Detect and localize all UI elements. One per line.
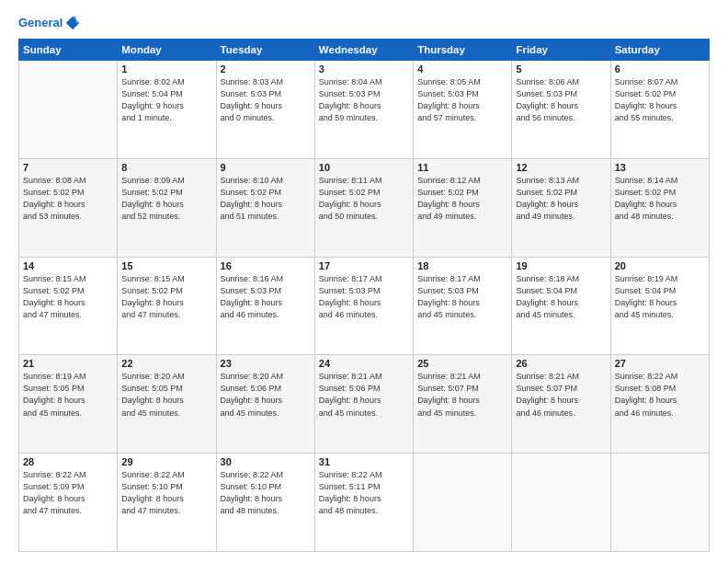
weekday-header-sunday: Sunday [19, 40, 118, 61]
day-info: Sunrise: 8:06 AM Sunset: 5:03 PM Dayligh… [516, 76, 606, 124]
day-number: 8 [121, 162, 211, 173]
day-number: 3 [319, 63, 409, 75]
logo-text: General [18, 16, 63, 30]
day-number: 25 [417, 358, 507, 369]
day-number: 5 [516, 63, 606, 75]
day-number: 23 [221, 358, 311, 369]
calendar-cell: 21Sunrise: 8:19 AM Sunset: 5:05 PM Dayli… [19, 355, 118, 454]
calendar-cell: 31Sunrise: 8:22 AM Sunset: 5:11 PM Dayli… [314, 454, 413, 552]
day-info: Sunrise: 8:19 AM Sunset: 5:05 PM Dayligh… [23, 371, 113, 419]
day-info: Sunrise: 8:04 AM Sunset: 5:03 PM Dayligh… [319, 76, 409, 124]
day-info: Sunrise: 8:21 AM Sunset: 5:07 PM Dayligh… [516, 371, 606, 419]
calendar-cell: 13Sunrise: 8:14 AM Sunset: 5:02 PM Dayli… [610, 158, 709, 257]
day-info: Sunrise: 8:22 AM Sunset: 5:09 PM Dayligh… [23, 469, 113, 517]
day-number: 26 [516, 358, 606, 369]
calendar-cell: 23Sunrise: 8:20 AM Sunset: 5:06 PM Dayli… [216, 355, 314, 454]
day-info: Sunrise: 8:18 AM Sunset: 5:04 PM Dayligh… [516, 273, 606, 321]
calendar-cell: 25Sunrise: 8:21 AM Sunset: 5:07 PM Dayli… [414, 355, 512, 454]
day-number: 10 [319, 162, 409, 173]
day-info: Sunrise: 8:16 AM Sunset: 5:03 PM Dayligh… [221, 273, 311, 321]
day-number: 28 [23, 456, 113, 467]
day-info: Sunrise: 8:14 AM Sunset: 5:02 PM Dayligh… [615, 175, 705, 223]
calendar-cell: 2Sunrise: 8:03 AM Sunset: 5:03 PM Daylig… [216, 61, 314, 159]
calendar-cell: 28Sunrise: 8:22 AM Sunset: 5:09 PM Dayli… [19, 454, 118, 552]
day-info: Sunrise: 8:03 AM Sunset: 5:03 PM Dayligh… [221, 76, 311, 124]
day-info: Sunrise: 8:02 AM Sunset: 5:04 PM Dayligh… [121, 76, 211, 124]
header: General [18, 15, 710, 31]
day-number: 24 [319, 358, 409, 369]
calendar-cell: 20Sunrise: 8:19 AM Sunset: 5:04 PM Dayli… [610, 257, 709, 355]
calendar-cell: 24Sunrise: 8:21 AM Sunset: 5:06 PM Dayli… [314, 355, 413, 454]
day-number: 19 [516, 260, 606, 271]
page: General SundayMondayTuesdayWednesdayThur… [0, 0, 728, 563]
day-number: 30 [221, 456, 311, 467]
calendar-cell [19, 61, 118, 159]
calendar-cell: 3Sunrise: 8:04 AM Sunset: 5:03 PM Daylig… [314, 61, 413, 159]
day-number: 14 [23, 260, 113, 271]
calendar-cell: 8Sunrise: 8:09 AM Sunset: 5:02 PM Daylig… [118, 158, 216, 257]
day-number: 16 [221, 260, 311, 271]
day-number: 31 [319, 456, 409, 467]
calendar-cell: 15Sunrise: 8:15 AM Sunset: 5:02 PM Dayli… [118, 257, 216, 355]
day-number: 22 [121, 358, 211, 369]
calendar-table: SundayMondayTuesdayWednesdayThursdayFrid… [18, 39, 710, 552]
calendar-cell [414, 454, 512, 552]
day-number: 1 [121, 63, 211, 75]
day-info: Sunrise: 8:20 AM Sunset: 5:05 PM Dayligh… [121, 371, 211, 419]
day-info: Sunrise: 8:21 AM Sunset: 5:06 PM Dayligh… [319, 371, 409, 419]
day-info: Sunrise: 8:17 AM Sunset: 5:03 PM Dayligh… [319, 273, 409, 321]
calendar-cell: 4Sunrise: 8:05 AM Sunset: 5:03 PM Daylig… [414, 61, 512, 159]
calendar-cell: 12Sunrise: 8:13 AM Sunset: 5:02 PM Dayli… [512, 158, 610, 257]
day-info: Sunrise: 8:21 AM Sunset: 5:07 PM Dayligh… [417, 371, 507, 419]
calendar-cell [610, 454, 709, 552]
day-info: Sunrise: 8:07 AM Sunset: 5:02 PM Dayligh… [615, 76, 705, 124]
day-info: Sunrise: 8:15 AM Sunset: 5:02 PM Dayligh… [23, 273, 113, 321]
calendar-cell: 16Sunrise: 8:16 AM Sunset: 5:03 PM Dayli… [216, 257, 314, 355]
calendar-cell: 30Sunrise: 8:22 AM Sunset: 5:10 PM Dayli… [216, 454, 314, 552]
day-info: Sunrise: 8:22 AM Sunset: 5:11 PM Dayligh… [319, 469, 409, 517]
day-info: Sunrise: 8:19 AM Sunset: 5:04 PM Dayligh… [615, 273, 705, 321]
day-number: 13 [615, 162, 705, 173]
day-number: 21 [23, 358, 113, 369]
calendar-cell: 26Sunrise: 8:21 AM Sunset: 5:07 PM Dayli… [512, 355, 610, 454]
calendar-cell [512, 454, 610, 552]
day-number: 9 [221, 162, 311, 173]
day-number: 27 [615, 358, 705, 369]
day-number: 11 [417, 162, 507, 173]
day-number: 15 [121, 260, 211, 271]
day-number: 18 [417, 260, 507, 271]
day-info: Sunrise: 8:22 AM Sunset: 5:10 PM Dayligh… [121, 469, 211, 517]
calendar-cell: 9Sunrise: 8:10 AM Sunset: 5:02 PM Daylig… [216, 158, 314, 257]
weekday-header-saturday: Saturday [610, 40, 709, 61]
calendar-cell: 18Sunrise: 8:17 AM Sunset: 5:03 PM Dayli… [414, 257, 512, 355]
day-number: 20 [615, 260, 705, 271]
calendar-cell: 14Sunrise: 8:15 AM Sunset: 5:02 PM Dayli… [19, 257, 118, 355]
day-number: 6 [615, 63, 705, 75]
day-info: Sunrise: 8:10 AM Sunset: 5:02 PM Dayligh… [221, 175, 311, 223]
day-number: 29 [121, 456, 211, 467]
calendar-cell: 27Sunrise: 8:22 AM Sunset: 5:08 PM Dayli… [610, 355, 709, 454]
logo: General [18, 15, 81, 31]
day-info: Sunrise: 8:20 AM Sunset: 5:06 PM Dayligh… [221, 371, 311, 419]
calendar-cell: 29Sunrise: 8:22 AM Sunset: 5:10 PM Dayli… [118, 454, 216, 552]
day-info: Sunrise: 8:22 AM Sunset: 5:10 PM Dayligh… [221, 469, 311, 517]
day-number: 4 [417, 63, 507, 75]
day-info: Sunrise: 8:13 AM Sunset: 5:02 PM Dayligh… [516, 175, 606, 223]
day-info: Sunrise: 8:09 AM Sunset: 5:02 PM Dayligh… [121, 175, 211, 223]
calendar-cell: 11Sunrise: 8:12 AM Sunset: 5:02 PM Dayli… [414, 158, 512, 257]
day-number: 12 [516, 162, 606, 173]
day-info: Sunrise: 8:17 AM Sunset: 5:03 PM Dayligh… [417, 273, 507, 321]
calendar-cell: 7Sunrise: 8:08 AM Sunset: 5:02 PM Daylig… [19, 158, 118, 257]
weekday-header-monday: Monday [118, 40, 216, 61]
weekday-header-wednesday: Wednesday [314, 40, 413, 61]
day-number: 17 [319, 260, 409, 271]
day-info: Sunrise: 8:15 AM Sunset: 5:02 PM Dayligh… [121, 273, 211, 321]
calendar-cell: 6Sunrise: 8:07 AM Sunset: 5:02 PM Daylig… [610, 61, 709, 159]
calendar-cell: 10Sunrise: 8:11 AM Sunset: 5:02 PM Dayli… [314, 158, 413, 257]
weekday-header-thursday: Thursday [414, 40, 512, 61]
day-number: 7 [23, 162, 113, 173]
calendar-cell: 5Sunrise: 8:06 AM Sunset: 5:03 PM Daylig… [512, 61, 610, 159]
day-info: Sunrise: 8:08 AM Sunset: 5:02 PM Dayligh… [23, 175, 113, 223]
calendar-cell: 19Sunrise: 8:18 AM Sunset: 5:04 PM Dayli… [512, 257, 610, 355]
calendar-cell: 17Sunrise: 8:17 AM Sunset: 5:03 PM Dayli… [314, 257, 413, 355]
